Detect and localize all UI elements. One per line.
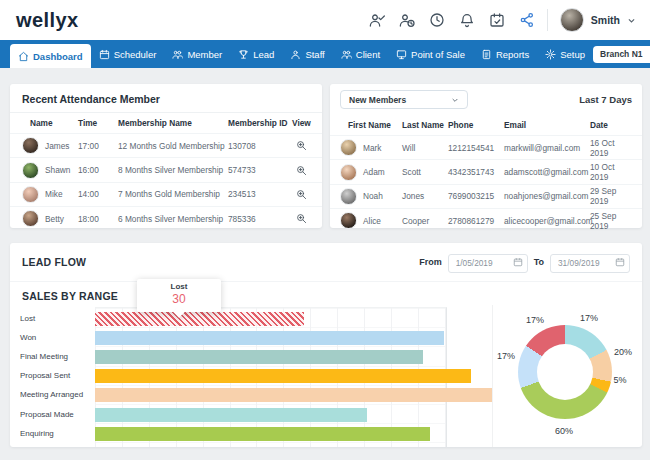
view-cell (292, 213, 310, 224)
tooltip-category: Lost (137, 282, 221, 291)
nav-item-label: Scheduler (114, 49, 157, 60)
last-name: Jones (402, 191, 448, 201)
from-date-wrap (448, 252, 528, 273)
main-navbar: DashboardSchedulerMemberLeadStaffClientP… (0, 40, 650, 68)
new-members-header: New Members Last 7 Days (330, 84, 642, 115)
chart-tooltip: Lost 30 (137, 279, 221, 312)
member-first-name-cell: Adam (340, 164, 402, 181)
avatar (22, 137, 39, 154)
bar-lost[interactable] (95, 312, 304, 326)
membership-id: 234513 (228, 189, 292, 199)
column-header: Last Name (402, 120, 448, 130)
attendance-card-title: Recent Attendance Member (10, 84, 322, 113)
date: 29 Sep 2019 (590, 186, 632, 206)
bar-category-label: Proposal Made (20, 408, 74, 422)
column-header: Phone (448, 120, 504, 130)
bar-category-label: Lost (20, 312, 35, 326)
zoom-in-icon[interactable] (296, 189, 307, 200)
branch-selector-value: Branch N1 (600, 49, 643, 59)
phone: 1212154541 (448, 143, 504, 153)
lead-flow-header: LEAD FLOW From To (10, 243, 642, 282)
members-table-body: MarkWill1212154541markwill@gmail.com16 O… (330, 135, 642, 233)
bar-enquiring[interactable] (95, 427, 430, 441)
donut-chart[interactable] (518, 325, 612, 419)
members-filter-dropdown[interactable]: New Members (340, 90, 468, 109)
nav-item-reports[interactable]: Reports (473, 40, 537, 68)
calendar-icon (513, 257, 523, 267)
tooltip-value: 30 (137, 292, 221, 306)
zoom-in-icon[interactable] (296, 140, 307, 151)
nav-item-point-of-sale[interactable]: Point of Sale (388, 40, 473, 68)
calendar-check-icon[interactable] (489, 12, 505, 28)
donut-segment-label: 20% (614, 347, 632, 357)
nav-item-client[interactable]: Client (333, 40, 388, 68)
column-header: Time (78, 118, 118, 128)
user-menu[interactable]: Smith (560, 8, 636, 32)
column-header: Date (590, 120, 632, 130)
user-check-icon[interactable] (369, 12, 385, 28)
membership-id: 574733 (228, 165, 292, 175)
bell-icon[interactable] (459, 12, 475, 28)
bar-meeting-arranged[interactable] (95, 388, 492, 402)
first-name: Alice (363, 216, 381, 226)
user-icon (290, 49, 301, 60)
member-name: James (45, 141, 69, 151)
from-label: From (419, 257, 442, 267)
nav-item-dashboard[interactable]: Dashboard (10, 44, 91, 68)
calendar-icon (615, 257, 625, 267)
app-logo[interactable]: wellyx (16, 9, 78, 32)
clock-icon[interactable] (429, 12, 445, 28)
first-name: Adam (363, 167, 385, 177)
nav-item-member[interactable]: Member (164, 40, 230, 68)
nav-item-label: Staff (305, 49, 324, 60)
nav-item-lead[interactable]: Lead (230, 40, 282, 68)
zoom-in-icon[interactable] (296, 165, 307, 176)
bar-proposal-sent[interactable] (95, 369, 471, 383)
chart-boundary (492, 305, 493, 447)
nav-item-label: Client (356, 49, 380, 60)
monitor-icon (396, 49, 407, 60)
nav-item-staff[interactable]: Staff (282, 40, 332, 68)
bar-category-label: Final Meeting (20, 350, 68, 364)
nav-item-setup[interactable]: Setup (537, 40, 593, 68)
bar-proposal-made[interactable] (95, 408, 367, 422)
column-header: Email (504, 120, 590, 130)
avatar (340, 212, 357, 229)
member-name-cell: James (22, 137, 78, 154)
phone: 2780861279 (448, 216, 504, 226)
email: markwill@gmail.com (504, 143, 590, 153)
table-row: AdamScott4342351743adamscott@gmail.com10… (330, 159, 642, 183)
member-name: Shawn (45, 165, 70, 175)
sales-by-range-title: SALES BY RANGE (22, 290, 118, 302)
attendance-table-body: James17:0012 Months Gold Membership13070… (10, 133, 322, 231)
attendance-time: 17:00 (78, 141, 118, 151)
members-table-header: First NameLast NamePhoneEmailDate (330, 115, 642, 135)
user-clock-icon[interactable] (399, 12, 415, 28)
phone: 4342351743 (448, 167, 504, 177)
zoom-in-icon[interactable] (296, 213, 307, 224)
first-name: Noah (363, 191, 383, 201)
table-row: James17:0012 Months Gold Membership13070… (10, 133, 322, 157)
member-name: Betty (45, 214, 64, 224)
view-cell (292, 140, 310, 151)
branch-selector[interactable]: Branch N1 (593, 46, 650, 63)
table-row: Betty18:006 Months Silver Membership7853… (10, 206, 322, 230)
users-icon (341, 49, 352, 60)
attendance-time: 14:00 (78, 189, 118, 199)
attendance-time: 18:00 (78, 214, 118, 224)
user-name: Smith (591, 14, 620, 26)
file-icon (481, 49, 492, 60)
chevron-down-icon (451, 96, 459, 104)
share-icon[interactable] (519, 12, 535, 28)
avatar (22, 162, 39, 179)
lead-flow-title: LEAD FLOW (22, 256, 86, 268)
member-name-cell: Mike (22, 186, 78, 203)
nav-item-scheduler[interactable]: Scheduler (91, 40, 165, 68)
bar-won[interactable] (95, 331, 444, 345)
donut-segment-label: 5% (613, 375, 626, 385)
bar-category-label: Enquiring (20, 427, 54, 441)
membership-name: 6 Months Silver Membership (118, 214, 228, 224)
nav-item-label: Setup (560, 49, 585, 60)
bar-final-meeting[interactable] (95, 350, 423, 364)
member-first-name-cell: Mark (340, 139, 402, 156)
